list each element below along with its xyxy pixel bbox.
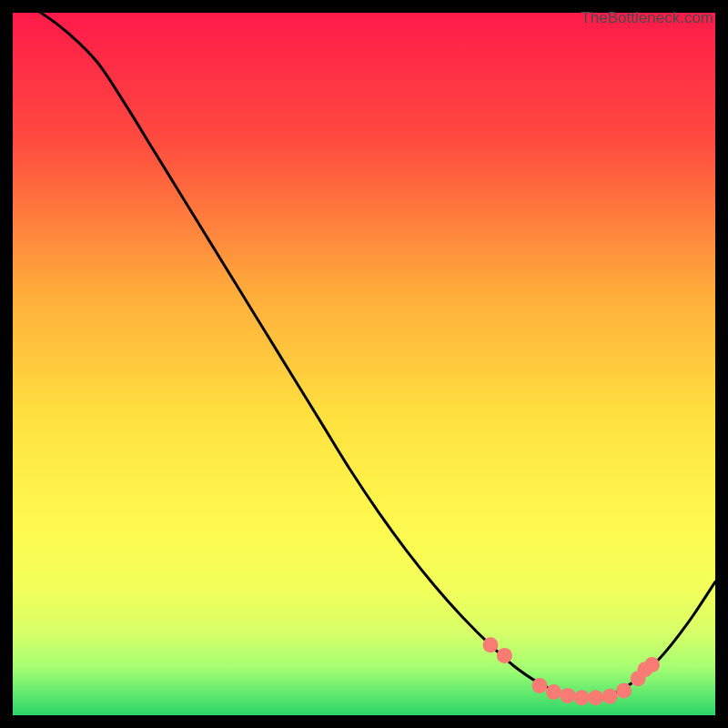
highlight-dot bbox=[574, 690, 590, 705]
highlight-dot bbox=[560, 688, 575, 703]
watermark-text: TheBottleneck.com bbox=[581, 9, 713, 27]
highlight-dot bbox=[616, 682, 632, 698]
chart-overlay bbox=[13, 13, 715, 715]
chart-container bbox=[13, 13, 715, 715]
highlight-dot bbox=[588, 690, 603, 705]
highlight-dot bbox=[644, 657, 660, 672]
highlight-dot bbox=[532, 678, 548, 693]
highlight-dot bbox=[497, 648, 512, 663]
highlight-dot bbox=[602, 689, 618, 704]
highlight-dot bbox=[482, 637, 498, 652]
highlight-dot bbox=[546, 684, 561, 700]
highlight-dots-group bbox=[482, 637, 660, 705]
bottleneck-curve-line bbox=[13, 13, 715, 700]
